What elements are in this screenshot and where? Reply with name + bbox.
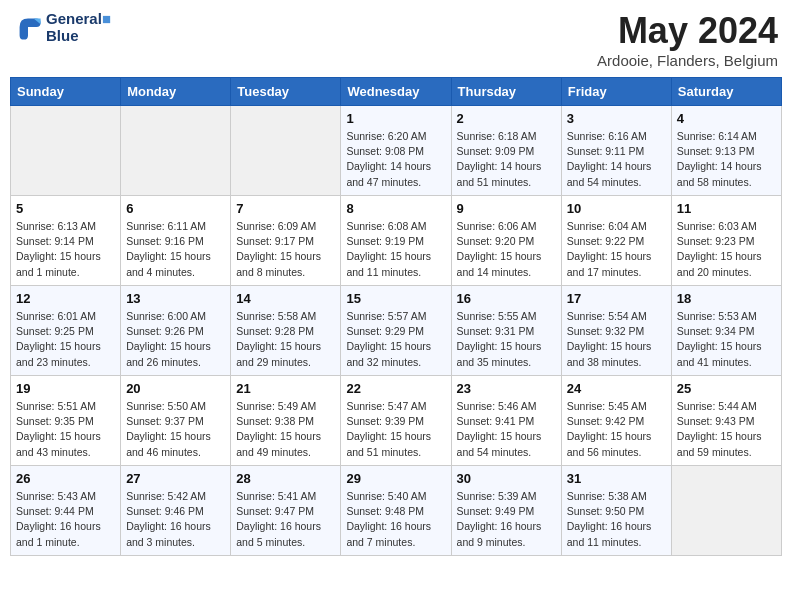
day-number: 1 <box>346 111 445 126</box>
calendar-cell: 7Sunrise: 6:09 AMSunset: 9:17 PMDaylight… <box>231 196 341 286</box>
calendar-cell: 3Sunrise: 6:16 AMSunset: 9:11 PMDaylight… <box>561 106 671 196</box>
calendar-cell <box>671 466 781 556</box>
day-number: 22 <box>346 381 445 396</box>
day-number: 16 <box>457 291 556 306</box>
logo-icon <box>14 13 42 41</box>
calendar-cell: 4Sunrise: 6:14 AMSunset: 9:13 PMDaylight… <box>671 106 781 196</box>
day-number: 25 <box>677 381 776 396</box>
day-info: Sunrise: 6:06 AMSunset: 9:20 PMDaylight:… <box>457 219 556 280</box>
day-info: Sunrise: 5:54 AMSunset: 9:32 PMDaylight:… <box>567 309 666 370</box>
week-row-2: 5Sunrise: 6:13 AMSunset: 9:14 PMDaylight… <box>11 196 782 286</box>
day-info: Sunrise: 5:58 AMSunset: 9:28 PMDaylight:… <box>236 309 335 370</box>
calendar-cell: 21Sunrise: 5:49 AMSunset: 9:38 PMDayligh… <box>231 376 341 466</box>
day-info: Sunrise: 5:51 AMSunset: 9:35 PMDaylight:… <box>16 399 115 460</box>
day-header-wednesday: Wednesday <box>341 78 451 106</box>
logo: General■ Blue <box>14 10 111 44</box>
calendar-cell: 20Sunrise: 5:50 AMSunset: 9:37 PMDayligh… <box>121 376 231 466</box>
day-number: 24 <box>567 381 666 396</box>
calendar-cell: 24Sunrise: 5:45 AMSunset: 9:42 PMDayligh… <box>561 376 671 466</box>
day-number: 23 <box>457 381 556 396</box>
day-number: 11 <box>677 201 776 216</box>
day-info: Sunrise: 6:13 AMSunset: 9:14 PMDaylight:… <box>16 219 115 280</box>
calendar-cell: 27Sunrise: 5:42 AMSunset: 9:46 PMDayligh… <box>121 466 231 556</box>
day-number: 30 <box>457 471 556 486</box>
calendar-cell: 19Sunrise: 5:51 AMSunset: 9:35 PMDayligh… <box>11 376 121 466</box>
week-row-3: 12Sunrise: 6:01 AMSunset: 9:25 PMDayligh… <box>11 286 782 376</box>
day-number: 4 <box>677 111 776 126</box>
day-number: 3 <box>567 111 666 126</box>
day-info: Sunrise: 6:11 AMSunset: 9:16 PMDaylight:… <box>126 219 225 280</box>
calendar-cell: 15Sunrise: 5:57 AMSunset: 9:29 PMDayligh… <box>341 286 451 376</box>
calendar-cell: 23Sunrise: 5:46 AMSunset: 9:41 PMDayligh… <box>451 376 561 466</box>
week-row-5: 26Sunrise: 5:43 AMSunset: 9:44 PMDayligh… <box>11 466 782 556</box>
month-title: May 2024 <box>597 10 778 52</box>
day-info: Sunrise: 6:04 AMSunset: 9:22 PMDaylight:… <box>567 219 666 280</box>
week-row-1: 1Sunrise: 6:20 AMSunset: 9:08 PMDaylight… <box>11 106 782 196</box>
day-number: 31 <box>567 471 666 486</box>
day-info: Sunrise: 6:03 AMSunset: 9:23 PMDaylight:… <box>677 219 776 280</box>
calendar-cell: 28Sunrise: 5:41 AMSunset: 9:47 PMDayligh… <box>231 466 341 556</box>
location-title: Ardooie, Flanders, Belgium <box>597 52 778 69</box>
day-info: Sunrise: 6:18 AMSunset: 9:09 PMDaylight:… <box>457 129 556 190</box>
day-number: 27 <box>126 471 225 486</box>
day-number: 17 <box>567 291 666 306</box>
day-info: Sunrise: 6:01 AMSunset: 9:25 PMDaylight:… <box>16 309 115 370</box>
header-row: SundayMondayTuesdayWednesdayThursdayFrid… <box>11 78 782 106</box>
calendar-cell: 25Sunrise: 5:44 AMSunset: 9:43 PMDayligh… <box>671 376 781 466</box>
day-info: Sunrise: 5:43 AMSunset: 9:44 PMDaylight:… <box>16 489 115 550</box>
day-info: Sunrise: 5:57 AMSunset: 9:29 PMDaylight:… <box>346 309 445 370</box>
calendar-cell <box>121 106 231 196</box>
calendar-cell: 31Sunrise: 5:38 AMSunset: 9:50 PMDayligh… <box>561 466 671 556</box>
day-number: 21 <box>236 381 335 396</box>
logo-text: General■ Blue <box>46 10 111 44</box>
day-info: Sunrise: 5:38 AMSunset: 9:50 PMDaylight:… <box>567 489 666 550</box>
day-number: 8 <box>346 201 445 216</box>
calendar-cell <box>231 106 341 196</box>
day-number: 18 <box>677 291 776 306</box>
day-info: Sunrise: 5:39 AMSunset: 9:49 PMDaylight:… <box>457 489 556 550</box>
calendar-cell: 10Sunrise: 6:04 AMSunset: 9:22 PMDayligh… <box>561 196 671 286</box>
day-number: 14 <box>236 291 335 306</box>
day-number: 5 <box>16 201 115 216</box>
calendar-cell: 6Sunrise: 6:11 AMSunset: 9:16 PMDaylight… <box>121 196 231 286</box>
day-info: Sunrise: 5:55 AMSunset: 9:31 PMDaylight:… <box>457 309 556 370</box>
day-number: 28 <box>236 471 335 486</box>
day-info: Sunrise: 5:45 AMSunset: 9:42 PMDaylight:… <box>567 399 666 460</box>
calendar-cell: 1Sunrise: 6:20 AMSunset: 9:08 PMDaylight… <box>341 106 451 196</box>
title-section: May 2024 Ardooie, Flanders, Belgium <box>597 10 778 69</box>
day-info: Sunrise: 6:14 AMSunset: 9:13 PMDaylight:… <box>677 129 776 190</box>
calendar-cell: 16Sunrise: 5:55 AMSunset: 9:31 PMDayligh… <box>451 286 561 376</box>
calendar-cell: 5Sunrise: 6:13 AMSunset: 9:14 PMDaylight… <box>11 196 121 286</box>
day-info: Sunrise: 5:49 AMSunset: 9:38 PMDaylight:… <box>236 399 335 460</box>
day-info: Sunrise: 6:09 AMSunset: 9:17 PMDaylight:… <box>236 219 335 280</box>
day-number: 13 <box>126 291 225 306</box>
day-header-friday: Friday <box>561 78 671 106</box>
calendar-cell: 30Sunrise: 5:39 AMSunset: 9:49 PMDayligh… <box>451 466 561 556</box>
week-row-4: 19Sunrise: 5:51 AMSunset: 9:35 PMDayligh… <box>11 376 782 466</box>
day-number: 6 <box>126 201 225 216</box>
day-number: 12 <box>16 291 115 306</box>
calendar-cell: 12Sunrise: 6:01 AMSunset: 9:25 PMDayligh… <box>11 286 121 376</box>
day-number: 7 <box>236 201 335 216</box>
day-number: 15 <box>346 291 445 306</box>
calendar-cell: 18Sunrise: 5:53 AMSunset: 9:34 PMDayligh… <box>671 286 781 376</box>
calendar-cell: 22Sunrise: 5:47 AMSunset: 9:39 PMDayligh… <box>341 376 451 466</box>
day-info: Sunrise: 5:44 AMSunset: 9:43 PMDaylight:… <box>677 399 776 460</box>
calendar-cell: 13Sunrise: 6:00 AMSunset: 9:26 PMDayligh… <box>121 286 231 376</box>
day-number: 20 <box>126 381 225 396</box>
day-info: Sunrise: 5:50 AMSunset: 9:37 PMDaylight:… <box>126 399 225 460</box>
calendar-cell: 29Sunrise: 5:40 AMSunset: 9:48 PMDayligh… <box>341 466 451 556</box>
day-info: Sunrise: 5:46 AMSunset: 9:41 PMDaylight:… <box>457 399 556 460</box>
day-number: 10 <box>567 201 666 216</box>
day-header-tuesday: Tuesday <box>231 78 341 106</box>
calendar-cell: 9Sunrise: 6:06 AMSunset: 9:20 PMDaylight… <box>451 196 561 286</box>
day-info: Sunrise: 6:00 AMSunset: 9:26 PMDaylight:… <box>126 309 225 370</box>
day-number: 9 <box>457 201 556 216</box>
day-info: Sunrise: 6:16 AMSunset: 9:11 PMDaylight:… <box>567 129 666 190</box>
day-number: 2 <box>457 111 556 126</box>
day-header-sunday: Sunday <box>11 78 121 106</box>
day-header-thursday: Thursday <box>451 78 561 106</box>
calendar-cell: 14Sunrise: 5:58 AMSunset: 9:28 PMDayligh… <box>231 286 341 376</box>
calendar-cell <box>11 106 121 196</box>
calendar-cell: 26Sunrise: 5:43 AMSunset: 9:44 PMDayligh… <box>11 466 121 556</box>
